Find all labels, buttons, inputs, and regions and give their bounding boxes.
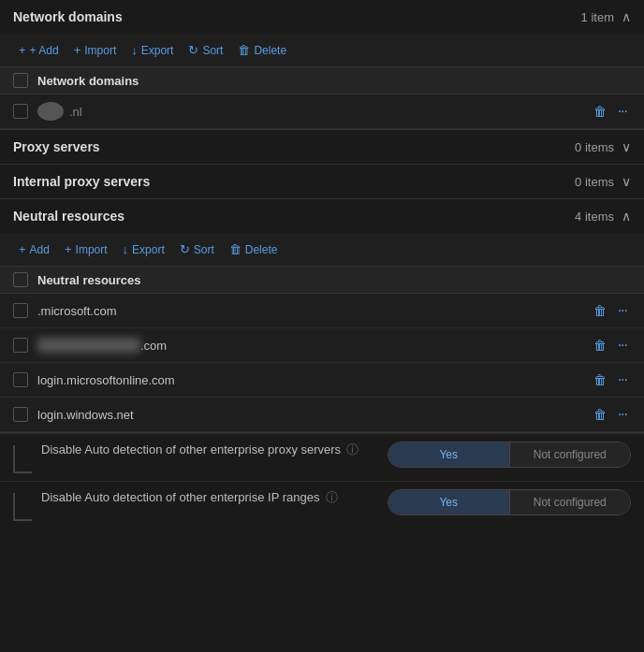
add-icon: + [19,43,26,57]
network-domains-row-1: .nl 🗑 ··· [0,94,644,129]
neutral-resources-row-2: .com 🗑 ··· [0,328,644,363]
nr3-actions: 🗑 ··· [590,369,631,390]
neutral-resources-meta: 4 items ∧ [575,209,631,224]
neutral-resources-delete-button[interactable]: 🗑 Delete [224,239,284,260]
neutral-resources-import-button[interactable]: + Import [59,239,113,260]
neutral-resources-section-header: Neutral resources 4 items ∧ [0,199,644,233]
disable-auto-ip-not-configured-option[interactable]: Not configured [510,490,631,514]
disable-auto-proxy-not-configured-option[interactable]: Not configured [510,442,631,467]
proxy-servers-count: 0 items [575,140,614,154]
network-domains-count: 1 item [581,10,614,24]
neutral-resources-sort-button[interactable]: ↻ Sort [174,239,220,260]
neutral-resources-chevron-up-icon[interactable]: ∧ [622,209,631,224]
nr2-checkbox[interactable] [13,338,28,353]
network-domains-add-button[interactable]: + + Add [13,39,65,61]
nr2-delete-button[interactable]: 🗑 [590,336,610,355]
neutral-resources-export-button[interactable]: ↓ Export [117,239,170,260]
import-icon: + [74,43,81,57]
nd1-delete-button[interactable]: 🗑 [590,102,610,121]
network-domains-title: Network domains [13,9,123,24]
export-icon: ↓ [131,43,138,57]
nr1-delete-button[interactable]: 🗑 [590,301,610,320]
disable-auto-ip-label: Disable Auto detection of other enterpri… [41,489,373,506]
neutral-resources-toolbar: + Add + Import ↓ Export ↻ Sort 🗑 Delete [0,233,644,266]
disable-auto-proxy-label: Disable Auto detection of other enterpri… [41,442,373,458]
network-domains-select-all-checkbox[interactable] [13,73,28,88]
neutral-resources-count: 4 items [575,210,614,224]
nr3-more-button[interactable]: ··· [614,369,631,390]
delete-icon: 🗑 [238,43,250,57]
neutral-resources-title: Neutral resources [13,209,124,224]
internal-proxy-servers-meta: 0 items ∨ [575,174,631,189]
nr4-actions: 🗑 ··· [590,404,631,425]
nr2-more-button[interactable]: ··· [614,335,631,355]
internal-proxy-servers-chevron-down-icon[interactable]: ∨ [622,174,631,189]
neutral-resources-select-all-checkbox[interactable] [13,272,28,287]
nd1-text: .nl [37,102,590,121]
internal-proxy-servers-title: Internal proxy servers [13,174,150,189]
network-domains-sort-button[interactable]: ↻ Sort [183,39,228,61]
nr-import-icon: + [65,242,72,256]
indent-line-2 [13,493,32,521]
disable-auto-ip-setting: Disable Auto detection of other enterpri… [0,481,644,529]
network-domains-meta: 1 item ∧ [581,9,631,24]
nr1-checkbox[interactable] [13,303,28,318]
internal-proxy-servers-count: 0 items [575,175,614,189]
neutral-resources-col-header: Neutral resources [37,273,141,287]
network-domains-import-button[interactable]: + Import [68,39,123,61]
neutral-resources-row-3: login.microsoftonline.com 🗑 ··· [0,363,644,398]
indent-line-1 [13,445,32,473]
nr4-text: login.windows.net [37,408,590,422]
network-domains-toolbar: + + Add + Import ↓ Export ↻ Sort 🗑 Delet… [0,34,644,66]
network-domains-table-header: Network domains [0,66,644,94]
disable-auto-proxy-yes-option[interactable]: Yes [388,442,510,467]
disable-auto-ip-yes-option[interactable]: Yes [388,490,510,514]
disable-auto-proxy-setting: Disable Auto detection of other enterpri… [0,433,644,481]
nr2-text: .com [37,338,590,353]
network-domains-export-button[interactable]: ↓ Export [125,39,179,61]
neutral-resources-table-header: Neutral resources [0,266,644,294]
nr4-checkbox[interactable] [13,407,28,422]
nr1-text: .microsoft.com [37,304,590,318]
nr-sort-icon: ↻ [180,242,190,256]
nr2-actions: 🗑 ··· [590,335,631,355]
nr-export-icon: ↓ [123,242,129,256]
nd1-checkbox[interactable] [13,104,28,119]
nd1-actions: 🗑 ··· [590,101,631,122]
disable-auto-proxy-info-icon[interactable]: ⓘ [346,442,359,458]
nr-add-icon: + [19,242,26,256]
nr3-delete-button[interactable]: 🗑 [590,370,610,389]
disable-auto-proxy-toggle: Yes Not configured [388,442,631,468]
sort-icon: ↻ [188,43,198,57]
network-domains-delete-button[interactable]: 🗑 Delete [232,39,292,61]
neutral-resources-add-button[interactable]: + Add [13,239,55,260]
network-domains-section-header: Network domains 1 item ∧ [0,0,644,34]
nr4-more-button[interactable]: ··· [614,404,631,425]
disable-auto-ip-toggle: Yes Not configured [388,489,631,515]
nr4-delete-button[interactable]: 🗑 [590,405,610,424]
nd1-more-button[interactable]: ··· [614,101,631,122]
network-domains-col-header: Network domains [37,74,139,88]
internal-proxy-servers-section-header: Internal proxy servers 0 items ∨ [0,165,644,198]
proxy-servers-title: Proxy servers [13,139,100,154]
neutral-resources-row-1: .microsoft.com 🗑 ··· [0,294,644,328]
neutral-resources-row-4: login.windows.net 🗑 ··· [0,398,644,432]
nr-delete-icon: 🗑 [229,242,242,256]
proxy-servers-section-header: Proxy servers 0 items ∨ [0,130,644,164]
proxy-servers-meta: 0 items ∨ [575,139,631,154]
nr1-more-button[interactable]: ··· [614,300,631,321]
proxy-servers-chevron-down-icon[interactable]: ∨ [622,139,631,154]
nr3-checkbox[interactable] [13,372,28,387]
network-domains-chevron-up-icon[interactable]: ∧ [622,9,631,24]
disable-auto-ip-info-icon[interactable]: ⓘ [326,489,338,506]
nr1-actions: 🗑 ··· [590,300,631,321]
nr3-text: login.microsoftonline.com [37,373,590,387]
